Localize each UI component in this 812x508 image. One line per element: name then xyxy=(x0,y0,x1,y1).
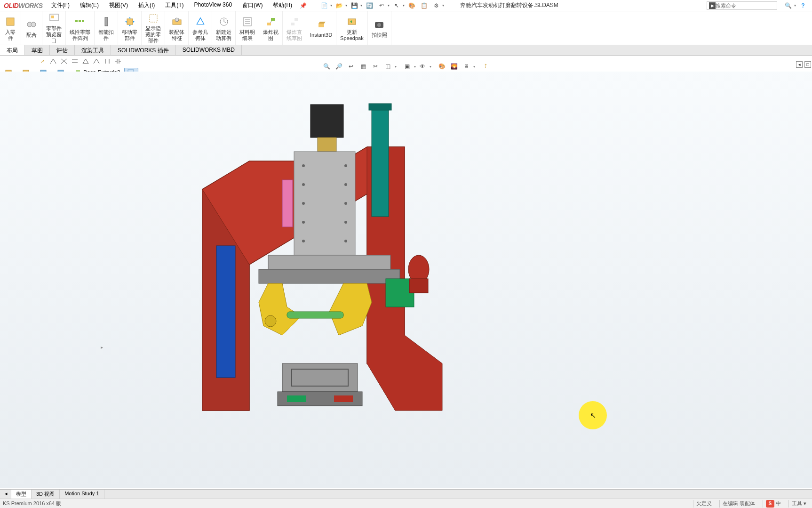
zoom-fit-icon[interactable]: 🔍 xyxy=(321,61,332,72)
explodesketch-icon xyxy=(288,15,301,28)
menu-window[interactable]: 窗口(W) xyxy=(238,0,267,11)
view-toolbar: 🔍 🔎 ↩ ▦ ✂ ◫▾ ▣▾ 👁▾ 🎨 🌄 🖥▾ ⤴ xyxy=(320,60,492,73)
svg-rect-23 xyxy=(295,18,298,21)
menu-tools[interactable]: 工具(T) xyxy=(160,0,188,11)
zoom-area-icon[interactable]: 🔎 xyxy=(333,61,344,72)
save-icon[interactable]: 💾 xyxy=(349,1,359,10)
status-tools[interactable]: 工具 ▾ xyxy=(788,500,809,508)
pin-icon[interactable]: 📌 xyxy=(297,2,310,9)
view-orient-icon[interactable]: ◫ xyxy=(382,61,393,72)
svg-rect-19 xyxy=(267,23,271,25)
motion-icon xyxy=(217,15,231,28)
options-button[interactable]: 📋 xyxy=(419,1,429,10)
panel-trigger-1[interactable]: ◂ xyxy=(796,61,803,68)
select-icon[interactable]: ↖ xyxy=(391,1,402,10)
ribbon-linear-pattern[interactable]: 线性零部 件阵列 xyxy=(66,11,95,45)
mate-icon2[interactable] xyxy=(59,57,69,65)
ribbon-speedpak[interactable]: 更新 Speedpak xyxy=(336,11,368,45)
btab-nav-left[interactable]: ◂ xyxy=(0,490,11,499)
ribbon-preview[interactable]: 零部件 预览窗 口 xyxy=(42,11,66,45)
search-run-icon[interactable]: ▶ xyxy=(709,2,716,9)
tab-addins[interactable]: SOLIDWORKS 插件 xyxy=(111,45,176,55)
prev-view-icon[interactable]: ↩ xyxy=(345,61,357,72)
mate-icon7[interactable] xyxy=(113,57,123,65)
open-icon[interactable]: 📂 xyxy=(334,1,344,10)
tree-collapse-icon[interactable]: ▸ xyxy=(101,345,103,350)
ribbon-motion-study[interactable]: 新建运 动算例 xyxy=(212,11,236,45)
rebuild-icon[interactable]: 🔄 xyxy=(364,1,374,10)
svg-point-2 xyxy=(31,22,36,27)
svg-rect-0 xyxy=(7,18,14,25)
svg-point-59 xyxy=(344,240,347,242)
svg-point-58 xyxy=(302,240,305,242)
ribbon: 入零 件 配合 零部件 预览窗 口 线性零部 件阵列 智能扣 件 移动零 部件 … xyxy=(0,11,812,45)
nav-arrow-icon[interactable]: ↗ xyxy=(38,57,47,65)
ribbon-exploded-view[interactable]: 爆炸视 图 xyxy=(259,11,283,45)
ribbon-show-hide[interactable]: 显示隐 藏的零 部件 xyxy=(142,11,165,45)
btab-model[interactable]: 模型 xyxy=(11,490,32,499)
mate-icon6[interactable] xyxy=(103,57,112,65)
ribbon-bom[interactable]: 材料明 细表 xyxy=(236,11,259,45)
scene-icon[interactable]: 🌄 xyxy=(448,61,460,72)
menu-photoview[interactable]: PhotoView 360 xyxy=(190,0,237,11)
help-icon[interactable]: ? xyxy=(798,1,808,10)
ribbon-snapshot[interactable]: 拍快照 xyxy=(368,11,391,45)
preview-icon xyxy=(48,12,61,24)
svg-rect-7 xyxy=(82,20,84,22)
status-underdefined: 欠定义 xyxy=(693,500,715,508)
tab-sketch[interactable]: 草图 xyxy=(25,45,50,55)
ribbon-smart-fastener[interactable]: 智能扣 件 xyxy=(95,11,118,45)
btab-3dview[interactable]: 3D 视图 xyxy=(32,490,60,499)
appearance-apply-icon[interactable]: 🎨 xyxy=(436,61,447,72)
mate-icon1[interactable] xyxy=(48,57,58,65)
ribbon-move-component[interactable]: 移动零 部件 xyxy=(118,11,142,45)
svg-rect-10 xyxy=(150,15,157,22)
svg-rect-64 xyxy=(287,312,343,318)
print-icon[interactable]: ↶ xyxy=(376,1,387,10)
appearance-icon[interactable]: 🎨 xyxy=(406,1,417,10)
document-filename: 奔驰汽车发动机打磨翻转设备.SLDASM xyxy=(460,1,558,9)
ribbon-mate[interactable]: 配合 xyxy=(21,11,42,45)
mate-icon4[interactable] xyxy=(81,57,90,65)
tab-evaluate[interactable]: 评估 xyxy=(50,45,75,55)
menu-view[interactable]: 视图(V) xyxy=(104,0,133,11)
menu-insert[interactable]: 插入(I) xyxy=(134,0,159,11)
search-icon[interactable]: 🔍 xyxy=(783,1,793,10)
search-box[interactable]: ▶ xyxy=(707,1,777,10)
svg-rect-4 xyxy=(51,16,54,18)
ribbon-instant3d[interactable]: Instant3D xyxy=(306,11,336,45)
model-render xyxy=(188,81,517,420)
new-doc-icon[interactable]: 📄 xyxy=(319,1,329,10)
ribbon-asm-feature[interactable]: 装配体 特征 xyxy=(165,11,189,45)
panel-trigger-2[interactable]: □ xyxy=(804,61,811,68)
hide-show-icon[interactable]: 👁 xyxy=(417,61,428,72)
svg-point-55 xyxy=(344,202,347,205)
viewport-3d[interactable]: ▸ ↖ xyxy=(0,72,812,488)
svg-rect-9 xyxy=(127,19,133,24)
svg-point-50 xyxy=(302,164,305,167)
search-input[interactable] xyxy=(716,3,775,8)
mate-icon xyxy=(25,18,38,31)
mate-icon3[interactable] xyxy=(70,57,80,65)
settings-icon[interactable]: ⚙ xyxy=(431,1,441,10)
ribbon-insert-component[interactable]: 入零 件 xyxy=(0,11,21,45)
status-ime[interactable]: S 中 xyxy=(763,500,784,508)
svg-point-63 xyxy=(265,315,276,327)
mate-icon5[interactable] xyxy=(92,57,101,65)
display-style-icon[interactable]: ▣ xyxy=(401,61,413,72)
view-settings-icon[interactable]: 🖥 xyxy=(461,61,472,72)
tab-render[interactable]: 渲染工具 xyxy=(75,45,111,55)
section-icon[interactable]: ▦ xyxy=(358,61,369,72)
asmfeat-icon xyxy=(170,15,183,28)
svg-rect-62 xyxy=(259,269,400,283)
triad-icon[interactable]: ⤴ xyxy=(480,61,491,72)
tab-layout[interactable]: 布局 xyxy=(0,45,25,55)
menu-edit[interactable]: 编辑(E) xyxy=(75,0,103,11)
command-tab-bar: 布局 草图 评估 渲染工具 SOLIDWORKS 插件 SOLIDWORKS M… xyxy=(0,45,812,56)
tab-mbd[interactable]: SOLIDWORKS MBD xyxy=(176,45,242,55)
btab-motion[interactable]: Motion Study 1 xyxy=(60,490,104,499)
ribbon-ref-geometry[interactable]: 参考几 何体 xyxy=(189,11,212,45)
menu-file[interactable]: 文件(F) xyxy=(47,0,74,11)
dynamic-icon[interactable]: ✂ xyxy=(370,61,381,72)
menu-help[interactable]: 帮助(H) xyxy=(268,0,297,11)
